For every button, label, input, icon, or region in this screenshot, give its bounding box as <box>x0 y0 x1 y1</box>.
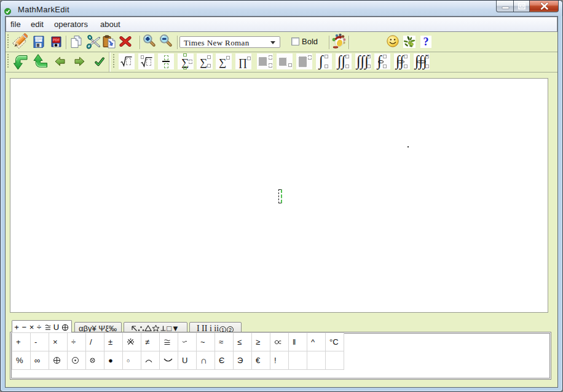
svg-text:PDF: PDF <box>53 38 60 42</box>
svg-text:?: ? <box>423 36 428 48</box>
